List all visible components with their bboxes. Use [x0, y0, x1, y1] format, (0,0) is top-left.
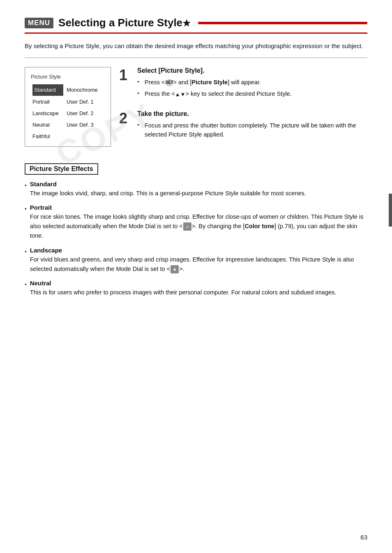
- effect-desc-portrait: For nice skin tones. The image looks sli…: [30, 212, 367, 241]
- menu-item-userdef3: User Def. 3: [65, 119, 105, 131]
- step-1-content: Select [Picture Style]. Press <SET> and …: [137, 67, 292, 101]
- effect-desc-landscape: For vivid blues and greens, and very sha…: [30, 255, 367, 274]
- menu-box-title: Picture Style: [31, 72, 105, 82]
- effect-desc-neutral: This is for users who prefer to process …: [30, 288, 367, 297]
- effect-item-portrait: ● Portrait For nice skin tones. The imag…: [25, 204, 367, 241]
- step-1: 1 Select [Picture Style]. Press <SET> an…: [119, 67, 367, 101]
- steps-section: Picture Style Standard Monochrome Portra…: [25, 67, 367, 151]
- menu-item-userdef1: User Def. 1: [65, 96, 105, 108]
- title-text: Selecting a Picture Style: [58, 16, 182, 29]
- step-1-title: Select [Picture Style].: [137, 67, 292, 74]
- arrow-icon: ▲▼: [175, 90, 186, 99]
- effects-section-title: Picture Style Effects: [25, 163, 98, 175]
- effect-item-neutral: ● Neutral This is for users who prefer t…: [25, 280, 367, 297]
- step-2: 2 Take the picture. Focus and press the …: [119, 110, 367, 142]
- effect-bullet: ●: [25, 250, 27, 253]
- step-2-content: Take the picture. Focus and press the sh…: [137, 110, 367, 142]
- list-item: Press the <▲▼> key to select the desired…: [137, 89, 292, 98]
- right-accent-bar: [389, 194, 392, 227]
- effect-content-landscape: Landscape For vivid blues and greens, an…: [30, 247, 367, 274]
- picture-style-menu-box: Picture Style Standard Monochrome Portra…: [25, 67, 111, 147]
- set-icon: SET: [166, 79, 173, 86]
- page-number: 63: [360, 534, 367, 541]
- effect-bullet: ●: [25, 282, 27, 286]
- table-row: Portrait User Def. 1: [31, 96, 105, 108]
- menu-item-landscape: Landscape: [31, 108, 65, 119]
- steps-list: 1 Select [Picture Style]. Press <SET> an…: [119, 67, 367, 151]
- intro-paragraph: By selecting a Picture Style, you can ob…: [25, 41, 367, 58]
- menu-item-faithful: Faithful: [31, 131, 65, 142]
- effects-section: Picture Style Effects ● Standard The ima…: [25, 163, 367, 297]
- portrait-mode-icon: ☺: [183, 222, 191, 231]
- effect-bullet: ●: [25, 183, 27, 187]
- effect-bullet: ●: [25, 207, 27, 211]
- list-item: Press <SET> and [Picture Style] will app…: [137, 78, 292, 87]
- effect-item-landscape: ● Landscape For vivid blues and greens, …: [25, 247, 367, 274]
- effect-name-neutral: Neutral: [30, 280, 367, 287]
- effect-name-standard: Standard: [30, 180, 367, 187]
- landscape-mode-icon: ▲: [171, 265, 179, 273]
- step-1-bullets: Press <SET> and [Picture Style] will app…: [137, 78, 292, 99]
- effect-content-portrait: Portrait For nice skin tones. The image …: [30, 204, 367, 241]
- picture-style-bold: Picture Style: [191, 79, 228, 86]
- menu-item-standard: Standard: [31, 84, 65, 96]
- menu-item-neutral: Neutral: [31, 119, 65, 131]
- title-decoration-bar: [198, 22, 367, 24]
- menu-box-table: Standard Monochrome Portrait User Def. 1…: [31, 84, 105, 142]
- table-row: Neutral User Def. 3: [31, 119, 105, 131]
- menu-badge: MENU: [25, 18, 53, 28]
- page-title-area: MENU Selecting a Picture Style★: [25, 16, 367, 34]
- step-2-bullets: Focus and press the shutter button compl…: [137, 121, 367, 139]
- effect-item-standard: ● Standard The image looks vivid, sharp,…: [25, 180, 367, 198]
- title-star: ★: [182, 18, 191, 28]
- menu-highlight-standard: Standard: [32, 84, 63, 96]
- step-2-title: Take the picture.: [137, 110, 367, 118]
- menu-item-portrait: Portrait: [31, 96, 65, 108]
- table-row: Landscape User Def. 2: [31, 108, 105, 119]
- step-1-number: 1: [119, 68, 131, 83]
- page-title: Selecting a Picture Style★: [58, 16, 191, 29]
- menu-item-userdef2: User Def. 2: [65, 108, 105, 119]
- step-2-number: 2: [119, 111, 131, 126]
- color-tone-bold: Color tone: [244, 223, 274, 229]
- table-row: Standard Monochrome: [31, 84, 105, 96]
- effect-name-landscape: Landscape: [30, 247, 367, 254]
- effect-name-portrait: Portrait: [30, 204, 367, 211]
- menu-item-empty: [65, 131, 105, 142]
- effect-content-neutral: Neutral This is for users who prefer to …: [30, 280, 367, 297]
- menu-item-monochrome: Monochrome: [65, 84, 105, 96]
- effect-desc-standard: The image looks vivid, sharp, and crisp.…: [30, 189, 367, 198]
- table-row: Faithful: [31, 131, 105, 142]
- list-item: Focus and press the shutter button compl…: [137, 121, 367, 139]
- effect-content-standard: Standard The image looks vivid, sharp, a…: [30, 180, 367, 198]
